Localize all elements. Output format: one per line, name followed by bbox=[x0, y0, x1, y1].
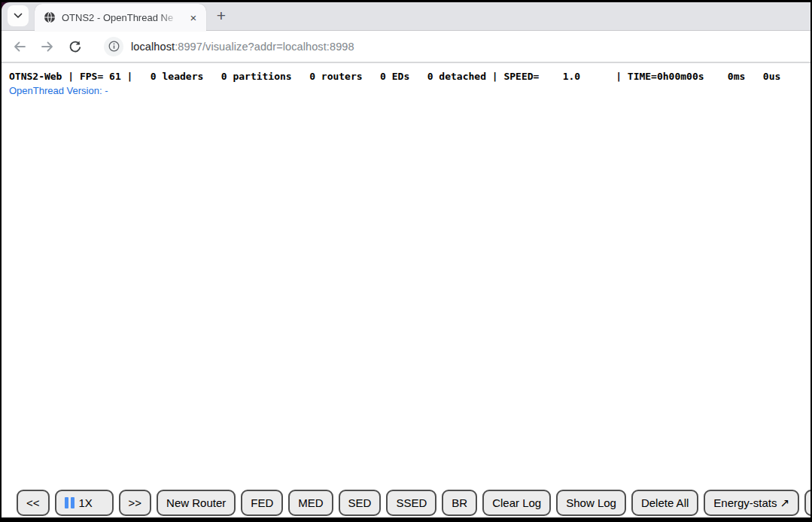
ssed-button[interactable]: SSED bbox=[386, 490, 436, 516]
address-toolbar: localhost:8997/visualize?addr=localhost:… bbox=[2, 31, 810, 63]
forward-icon bbox=[41, 41, 54, 53]
reload-button[interactable] bbox=[68, 39, 83, 54]
url-text: localhost:8997/visualize?addr=localhost:… bbox=[131, 41, 354, 53]
reload-icon bbox=[68, 40, 82, 53]
page-content: OTNS2-Web | FPS= 61 | 0 leaders 0 partit… bbox=[2, 63, 810, 517]
browser-tab[interactable]: OTNS2 - OpenThread Ne × bbox=[35, 4, 206, 31]
site-info-button[interactable] bbox=[104, 37, 123, 56]
simulator-toolbar: << 1X >> New Router FED MED SED SSED BR … bbox=[17, 490, 810, 516]
node-stats-button[interactable]: Node-stats ↗ bbox=[804, 490, 810, 516]
chevron-down-icon bbox=[14, 13, 23, 19]
new-tab-button[interactable]: + bbox=[211, 5, 232, 26]
pause-icon bbox=[65, 497, 75, 508]
speed-down-button[interactable]: << bbox=[17, 490, 50, 516]
openthread-version-link[interactable]: OpenThread Version: - bbox=[9, 85, 108, 96]
speed-label: 1X bbox=[79, 496, 93, 509]
tab-strip: OTNS2 - OpenThread Ne × + bbox=[2, 2, 810, 31]
clear-log-button[interactable]: Clear Log bbox=[482, 490, 551, 516]
br-button[interactable]: BR bbox=[442, 490, 477, 516]
address-bar[interactable]: localhost:8997/visualize?addr=localhost:… bbox=[96, 35, 804, 59]
back-button[interactable] bbox=[12, 39, 27, 54]
url-path: :8997/visualize?addr=localhost:8998 bbox=[175, 41, 354, 53]
med-button[interactable]: MED bbox=[288, 490, 333, 516]
back-icon bbox=[13, 41, 26, 53]
tab-close-icon[interactable]: × bbox=[187, 11, 200, 24]
url-host: localhost bbox=[131, 41, 175, 53]
sed-button[interactable]: SED bbox=[339, 490, 382, 516]
fed-button[interactable]: FED bbox=[241, 490, 283, 516]
tab-title: OTNS2 - OpenThread Ne bbox=[62, 12, 181, 23]
delete-all-button[interactable]: Delete All bbox=[631, 490, 698, 516]
info-icon bbox=[108, 40, 120, 53]
new-router-button[interactable]: New Router bbox=[157, 490, 236, 516]
browser-window-inner: OTNS2 - OpenThread Ne × + bbox=[2, 2, 810, 517]
forward-button[interactable] bbox=[40, 39, 55, 54]
speed-up-button[interactable]: >> bbox=[119, 490, 152, 516]
tab-search-button[interactable] bbox=[8, 5, 29, 26]
energy-stats-button[interactable]: Energy-stats ↗ bbox=[704, 490, 799, 516]
show-log-button[interactable]: Show Log bbox=[556, 490, 626, 516]
simulator-status-line: OTNS2-Web | FPS= 61 | 0 leaders 0 partit… bbox=[9, 71, 810, 82]
browser-window: OTNS2 - OpenThread Ne × + bbox=[0, 0, 812, 522]
globe-favicon-icon bbox=[44, 11, 56, 23]
speed-button[interactable]: 1X bbox=[55, 490, 114, 516]
